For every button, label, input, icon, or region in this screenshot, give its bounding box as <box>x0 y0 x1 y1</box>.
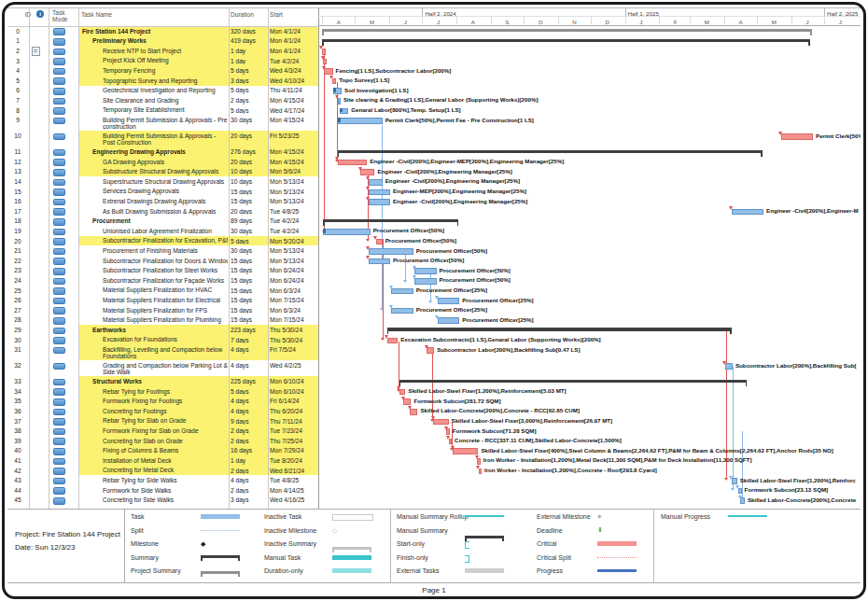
duration-cell[interactable]: 3 days <box>231 496 266 504</box>
timeline-month-label[interactable]: M <box>370 19 374 25</box>
start-cell[interactable]: Mon 6/10/24 <box>270 378 317 385</box>
task-name-cell[interactable]: Excavation for Foundations <box>103 336 228 344</box>
task-id-cell[interactable]: 42 <box>7 468 28 475</box>
start-cell[interactable]: Thu 5/30/24 <box>270 327 317 334</box>
task-name-cell[interactable]: Subcontractor Finalization for Façade Wo… <box>103 277 228 286</box>
timeline-month-label[interactable]: D <box>606 19 609 25</box>
task-mode-icon[interactable] <box>53 248 65 256</box>
start-cell[interactable]: Thu 4/11/24 <box>270 87 317 94</box>
critical-task-bar[interactable] <box>338 160 368 166</box>
task-mode-icon[interactable] <box>53 487 65 495</box>
task-name-cell[interactable]: Installation of Metal Deck <box>103 457 228 466</box>
task-name-cell[interactable]: Unionised Labor Agreement Finalization <box>103 228 228 236</box>
task-mode-icon[interactable] <box>53 379 65 386</box>
task-id-cell[interactable]: 41 <box>7 457 28 465</box>
duration-cell[interactable]: 30 days <box>231 247 266 255</box>
duration-cell[interactable]: 4 days <box>231 362 266 370</box>
task-name-cell[interactable]: Formwork Fixing for Footings <box>103 398 228 406</box>
task-name-cell[interactable]: Concreting for Side Walks <box>103 496 228 505</box>
task-bar[interactable] <box>369 248 413 255</box>
task-id-cell[interactable]: 30 <box>7 337 28 344</box>
timeline-month-label[interactable]: J <box>404 19 407 25</box>
task-mode-icon[interactable] <box>53 388 65 396</box>
task-mode-icon[interactable] <box>53 218 65 226</box>
task-bar[interactable] <box>369 259 390 265</box>
start-cell[interactable]: Tue 4/2/24 <box>270 58 317 65</box>
duration-cell[interactable]: 10 days <box>231 178 266 186</box>
task-name-cell[interactable]: Grading and Compaction below Parking Lot… <box>103 362 228 376</box>
task-name-cell[interactable]: Concreting for Metal Deck <box>103 467 228 475</box>
start-cell[interactable]: Fri 6/14/24 <box>270 398 317 405</box>
duration-cell[interactable]: 15 days <box>231 287 266 295</box>
start-cell[interactable]: Mon 4/15/24 <box>270 97 317 105</box>
task-name-cell[interactable]: Substructure Structural Drawing Approval… <box>103 168 228 176</box>
duration-cell[interactable]: 20 days <box>231 159 266 166</box>
summary-bar[interactable] <box>338 150 763 153</box>
start-cell[interactable]: Tue 4/2/24 <box>270 228 317 235</box>
duration-cell[interactable]: 1 day <box>231 48 266 55</box>
task-id-cell[interactable]: 39 <box>7 438 28 445</box>
task-id-cell[interactable]: 3 <box>7 58 28 65</box>
task-mode-icon[interactable] <box>53 179 65 187</box>
summary-bar[interactable] <box>323 219 458 222</box>
start-cell[interactable]: Wed 8/21/24 <box>270 468 317 475</box>
task-id-cell[interactable]: 22 <box>7 258 28 265</box>
task-id-cell[interactable]: 4 <box>7 67 28 75</box>
task-id-cell[interactable]: 10 <box>7 133 28 140</box>
start-cell[interactable]: Tue 4/2/24 <box>270 217 317 225</box>
timeline-month-label[interactable]: M <box>772 19 777 25</box>
task-bar[interactable] <box>438 317 459 324</box>
task-mode-icon[interactable] <box>53 88 65 95</box>
task-bar[interactable] <box>369 199 390 205</box>
timeline-month-label[interactable]: J <box>805 19 808 25</box>
start-cell[interactable]: Mon 6/10/24 <box>270 388 317 396</box>
column-header-task-name[interactable]: Task Name <box>81 11 112 18</box>
task-name-cell[interactable]: Subcontractor Finalization for Excavatio… <box>103 237 228 245</box>
task-name-cell[interactable]: Procurement <box>92 217 228 226</box>
duration-cell[interactable]: 15 days <box>231 297 266 304</box>
task-mode-icon[interactable] <box>53 38 65 46</box>
task-mode-icon[interactable] <box>53 418 65 426</box>
project-summary-bar[interactable] <box>322 29 812 32</box>
task-name-cell[interactable]: Extrenal Drawings Drawing Approvals <box>103 198 228 206</box>
task-name-cell[interactable]: Material Suppliers Finalization for FPS <box>103 307 228 315</box>
start-cell[interactable]: Mon 7/29/24 <box>270 447 317 454</box>
task-mode-icon[interactable] <box>53 428 65 436</box>
task-id-cell[interactable]: 38 <box>7 427 28 435</box>
timeline-month-label[interactable]: J <box>437 19 440 25</box>
timeline-month-label[interactable]: J <box>639 19 642 25</box>
task-mode-icon[interactable] <box>53 107 65 115</box>
duration-cell[interactable]: 5 days <box>231 67 266 75</box>
start-cell[interactable]: Mon 6/24/24 <box>270 277 317 285</box>
duration-cell[interactable]: 4 days <box>231 477 266 484</box>
task-mode-icon[interactable] <box>53 438 65 445</box>
duration-cell[interactable]: 5 days <box>231 87 266 94</box>
task-id-cell[interactable]: 2 <box>7 48 28 55</box>
critical-task-bar[interactable] <box>360 169 374 175</box>
column-header-task-mode[interactable]: Task Mode <box>52 9 77 22</box>
duration-cell[interactable]: 1 day <box>231 58 266 65</box>
task-id-cell[interactable]: 8 <box>7 107 28 115</box>
duration-cell[interactable]: 225 days <box>231 378 266 385</box>
task-bar[interactable] <box>732 209 763 216</box>
duration-cell[interactable]: 30 days <box>231 228 266 235</box>
duration-cell[interactable]: 15 days <box>231 316 266 324</box>
timeline-month-label[interactable]: S <box>505 19 509 25</box>
task-mode-icon[interactable] <box>53 268 65 275</box>
task-id-cell[interactable]: 18 <box>7 217 28 225</box>
task-name-cell[interactable]: Formwork for Side Walks <box>103 487 228 496</box>
start-cell[interactable]: Mon 6/24/24 <box>270 267 317 274</box>
task-id-cell[interactable]: 1 <box>7 37 28 45</box>
duration-cell[interactable]: 9 days <box>231 418 266 426</box>
task-name-cell[interactable]: Subcontractor Finalization for Doors & W… <box>103 258 228 266</box>
task-name-cell[interactable]: Procurement of Finishing Materials <box>103 247 228 256</box>
task-id-cell[interactable]: 11 <box>7 148 28 156</box>
task-id-cell[interactable]: 14 <box>7 178 28 186</box>
duration-cell[interactable]: 5 days <box>231 107 266 115</box>
duration-cell[interactable]: 2 days <box>231 427 266 435</box>
critical-task-bar[interactable] <box>453 448 478 454</box>
task-mode-icon[interactable] <box>53 208 65 216</box>
task-mode-icon[interactable] <box>53 258 65 265</box>
task-mode-icon[interactable] <box>53 287 65 295</box>
task-name-cell[interactable]: Temporary Site Establishment <box>103 106 228 115</box>
